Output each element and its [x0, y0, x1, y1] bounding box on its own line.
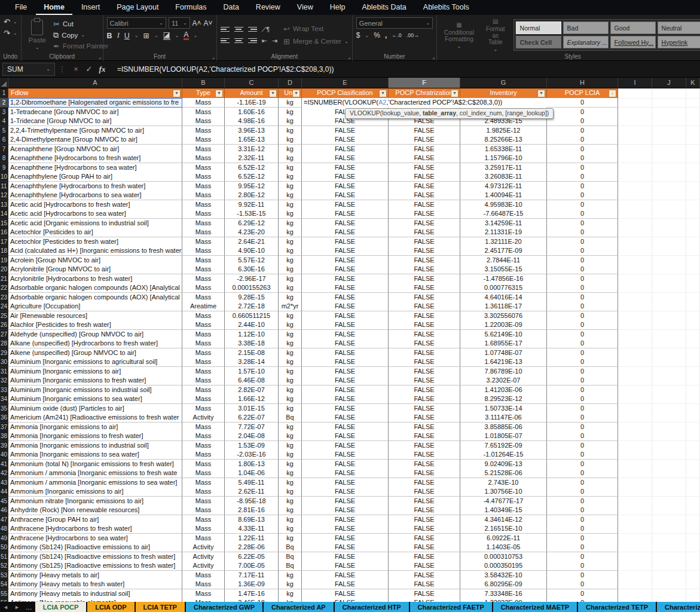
font-color-button[interactable]: A: [184, 32, 188, 40]
cell-unit[interactable]: kg: [279, 191, 302, 200]
cell-unit[interactable]: kg: [279, 330, 302, 339]
cell-pocp-chratrization[interactable]: FALSE: [389, 571, 460, 580]
cell-pocp-clasification[interactable]: FALSE: [302, 515, 389, 525]
cell-pocp-lcia[interactable]: 0: [547, 182, 618, 191]
empty-cell[interactable]: [686, 404, 700, 414]
cell-pocp-lcia[interactable]: 0: [547, 534, 618, 543]
cell-pocp-lcia[interactable]: 0: [547, 515, 618, 525]
empty-cell[interactable]: [686, 256, 700, 265]
cell-unit[interactable]: kg: [279, 200, 302, 210]
empty-cell[interactable]: [618, 376, 652, 385]
cell-pocp-chratrization[interactable]: FALSE: [389, 450, 460, 460]
empty-cell[interactable]: [618, 191, 652, 200]
number-dialog-launcher[interactable]: ⌟: [432, 54, 435, 60]
cell-inventory[interactable]: 1.1403E-05: [460, 543, 547, 552]
cell-inventory[interactable]: 1.32111E-20: [460, 237, 547, 247]
empty-cell[interactable]: [652, 487, 686, 497]
filter-dropdown-icon[interactable]: ▼: [215, 90, 223, 97]
cell-inventory[interactable]: 8.25266E-13: [460, 135, 547, 145]
cell-pocp-lcia[interactable]: 0: [547, 126, 618, 136]
cell-inventory[interactable]: 1.41203E-06: [460, 385, 547, 395]
cell-pocp-lcia[interactable]: 0: [547, 487, 618, 497]
empty-cell[interactable]: [686, 543, 700, 552]
cell-pocp-chratrization[interactable]: FALSE: [389, 302, 460, 311]
empty-cell[interactable]: [618, 88, 652, 99]
cell-amount[interactable]: 2.64E-21: [225, 237, 279, 247]
cell-amount[interactable]: 5.57E-12: [225, 256, 279, 265]
cell-pocp-clasification[interactable]: FALSE: [302, 385, 389, 395]
row-header-25[interactable]: 25: [0, 311, 8, 321]
empty-cell[interactable]: [618, 117, 652, 126]
cell-inventory[interactable]: 1.07748E-07: [460, 348, 547, 358]
cell-amount[interactable]: 2.04E-08: [225, 432, 279, 441]
cell-inventory[interactable]: 6.80295E-09: [460, 580, 547, 589]
column-header-F[interactable]: F: [389, 78, 460, 88]
cell-amount[interactable]: 2.28E-06: [225, 543, 279, 552]
empty-cell[interactable]: [652, 135, 686, 145]
row-header-17[interactable]: 17: [0, 237, 8, 247]
empty-cell[interactable]: [618, 330, 652, 339]
cell-pocp-clasification[interactable]: FALSE: [302, 265, 389, 274]
empty-cell[interactable]: [618, 228, 652, 237]
row-header-3[interactable]: 3: [0, 108, 8, 117]
cell-amount[interactable]: 2.81E-16: [225, 506, 279, 515]
cell-pocp-lcia[interactable]: 0: [547, 191, 618, 200]
empty-cell[interactable]: [652, 163, 686, 173]
row-header-5[interactable]: 5: [0, 126, 8, 136]
cell-amount[interactable]: 2.72E-18: [225, 302, 279, 311]
cell-pocp-chratrization[interactable]: FALSE: [389, 432, 460, 441]
cell-pocp-lcia[interactable]: 0: [547, 385, 618, 395]
cell-amount[interactable]: 2.80E-12: [225, 191, 279, 200]
empty-cell[interactable]: [618, 274, 652, 284]
column-header-K[interactable]: K: [686, 78, 700, 88]
cell-flow[interactable]: Antimony (Sb125) [Radioactive emissions …: [8, 561, 182, 571]
empty-cell[interactable]: [652, 367, 686, 377]
cell-amount[interactable]: 6.22E-05: [225, 552, 279, 562]
cell-flow[interactable]: Ammonium / ammonia [Inorganic emissions …: [8, 469, 182, 478]
empty-cell[interactable]: [618, 339, 652, 348]
cell-pocp-chratrization[interactable]: FALSE: [389, 172, 460, 182]
empty-cell[interactable]: [686, 126, 700, 136]
row-header-45[interactable]: 45: [0, 497, 8, 506]
decrease-font-size-button[interactable]: A˅: [204, 19, 213, 27]
empty-cell[interactable]: [686, 209, 700, 219]
cell-inventory[interactable]: -1.01264E-15: [460, 450, 547, 460]
cell-unit[interactable]: kg: [279, 385, 302, 395]
cell-amount[interactable]: 0.660511215: [225, 311, 279, 321]
row-header-9[interactable]: 9: [0, 163, 8, 173]
formula-input[interactable]: =ISNUMBER(VLOOKUP(A2,'Characterized POCP…: [117, 65, 334, 74]
row-header-8[interactable]: 8: [0, 154, 8, 163]
cell-unit[interactable]: kg: [279, 228, 302, 237]
cell-unit[interactable]: kg: [279, 274, 302, 284]
menu-tab-ablebits-tools[interactable]: Ablebits Tools: [415, 0, 477, 15]
row-header-23[interactable]: 23: [0, 293, 8, 302]
sheet-tab-characterized-gwp[interactable]: Characterized GWP: [186, 602, 262, 612]
cell-type[interactable]: Mass: [182, 506, 225, 515]
row-header-30[interactable]: 30: [0, 357, 8, 367]
empty-cell[interactable]: [618, 515, 652, 525]
row-header-40[interactable]: 40: [0, 450, 8, 460]
cell-pocp-clasification[interactable]: FALSE: [302, 524, 389, 534]
cell-pocp-lcia[interactable]: 0: [547, 265, 618, 274]
cell-unit[interactable]: m2*yr: [279, 302, 302, 311]
cell-unit[interactable]: kg: [279, 432, 302, 441]
cell-pocp-lcia[interactable]: 0: [547, 339, 618, 348]
empty-cell[interactable]: [652, 98, 686, 108]
cell-flow[interactable]: Alkene (unspecified) [Group NMVOC to air…: [8, 348, 182, 358]
column-header-C[interactable]: C: [225, 78, 279, 88]
cell-flow[interactable]: Acenaphthene [Hydrocarbons to sea water]: [8, 163, 182, 173]
cell-type[interactable]: Mass: [182, 404, 225, 414]
cell-unit[interactable]: kg: [279, 367, 302, 377]
cell-unit[interactable]: kg: [279, 219, 302, 228]
increase-font-size-button[interactable]: A˄: [192, 19, 201, 27]
cell-flow[interactable]: Aluminium [Inorganic emissions to indust…: [8, 385, 182, 395]
cell-amount[interactable]: -8.95E-18: [225, 497, 279, 506]
cell-inventory[interactable]: 4.95983E-10: [460, 200, 547, 210]
row-header-37[interactable]: 37: [0, 423, 8, 432]
row-header-16[interactable]: 16: [0, 228, 8, 237]
cell-unit[interactable]: kg: [279, 98, 302, 108]
empty-cell[interactable]: [686, 376, 700, 385]
cell-amount[interactable]: 1.04E-06: [225, 469, 279, 478]
cell-flow[interactable]: Antimony (Sb124) [Radioactive emissions …: [8, 552, 182, 562]
cell-amount[interactable]: 1.36E-09: [225, 580, 279, 589]
